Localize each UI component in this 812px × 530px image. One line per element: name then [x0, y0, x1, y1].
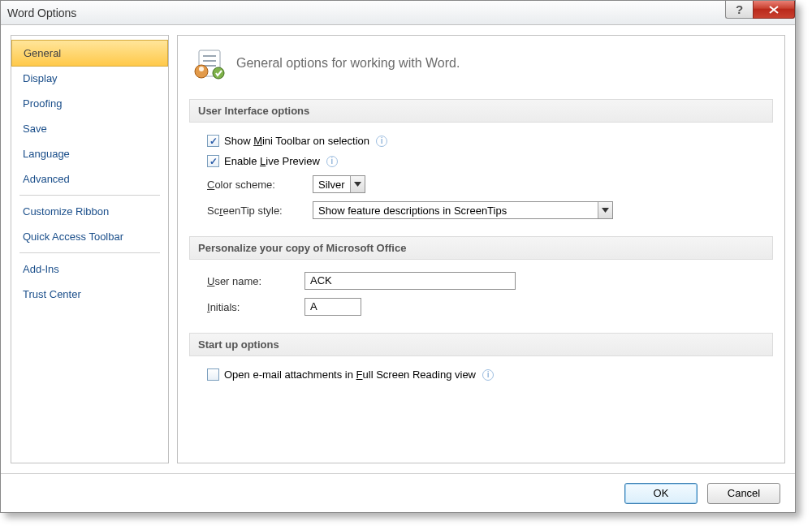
- info-icon[interactable]: i: [326, 156, 338, 167]
- sidebar-separator: [19, 252, 160, 253]
- sidebar-item-advanced[interactable]: Advanced: [11, 166, 168, 192]
- general-options-icon: [194, 47, 227, 80]
- dialog-footer: OK Cancel: [1, 473, 795, 512]
- info-icon[interactable]: i: [482, 369, 494, 381]
- sidebar-item-add-ins[interactable]: Add-Ins: [11, 256, 168, 282]
- label-initials: Initials:: [207, 301, 296, 313]
- section-header-personalize: Personalize your copy of Microsoft Offic…: [189, 236, 773, 260]
- sidebar-item-save[interactable]: Save: [11, 116, 168, 141]
- label-fullscreen-reading: Open e-mail attachments in Full Screen R…: [224, 368, 476, 381]
- page-heading: General options for working with Word.: [236, 56, 460, 71]
- label-user-name: User name:: [207, 275, 296, 287]
- svg-point-7: [199, 67, 204, 71]
- section-header-startup: Start up options: [189, 333, 773, 356]
- help-button[interactable]: ?: [725, 1, 753, 19]
- dropdown-screentip-style[interactable]: Show feature descriptions in ScreenTips: [313, 201, 613, 219]
- close-icon: [768, 5, 780, 15]
- close-button[interactable]: [753, 1, 795, 19]
- sidebar-item-quick-access-toolbar[interactable]: Quick Access Toolbar: [11, 224, 168, 249]
- label-screentip-style: ScreenTip style:: [207, 205, 304, 217]
- label-live-preview: Enable Live Preview: [224, 155, 320, 167]
- options-panel: General options for working with Word. U…: [177, 35, 785, 463]
- sidebar-item-proofing[interactable]: Proofing: [11, 91, 168, 116]
- sidebar-item-customize-ribbon[interactable]: Customize Ribbon: [11, 199, 168, 224]
- checkbox-mini-toolbar[interactable]: [207, 135, 219, 147]
- section-header-ui: User Interface options: [189, 99, 773, 123]
- category-sidebar: GeneralDisplayProofingSaveLanguageAdvanc…: [11, 35, 169, 463]
- chevron-down-icon: [350, 176, 365, 192]
- word-options-dialog: Word Options ? GeneralDisplayProofingSav…: [0, 0, 796, 513]
- ok-button[interactable]: OK: [624, 483, 698, 504]
- cancel-button[interactable]: Cancel: [707, 483, 780, 504]
- chevron-down-icon: [598, 202, 612, 218]
- help-icon: ?: [736, 2, 743, 16]
- sidebar-item-trust-center[interactable]: Trust Center: [11, 282, 168, 307]
- sidebar-item-general[interactable]: General: [11, 40, 168, 67]
- dropdown-color-scheme[interactable]: Silver: [313, 175, 365, 193]
- sidebar-item-display[interactable]: Display: [11, 66, 168, 91]
- label-color-scheme: Color scheme:: [207, 179, 304, 191]
- checkbox-live-preview[interactable]: [207, 155, 219, 167]
- input-initials[interactable]: A: [304, 298, 361, 316]
- window-title: Word Options: [7, 6, 76, 19]
- svg-point-8: [213, 67, 224, 79]
- sidebar-separator: [19, 195, 160, 196]
- info-icon[interactable]: i: [376, 136, 387, 147]
- input-user-name[interactable]: ACK: [304, 272, 516, 290]
- checkbox-fullscreen-reading[interactable]: [207, 368, 219, 381]
- label-mini-toolbar: Show Mini Toolbar on selection: [224, 135, 369, 147]
- sidebar-item-language[interactable]: Language: [11, 141, 168, 166]
- svg-marker-10: [602, 208, 609, 213]
- svg-marker-9: [354, 182, 361, 187]
- titlebar: Word Options ?: [1, 1, 795, 25]
